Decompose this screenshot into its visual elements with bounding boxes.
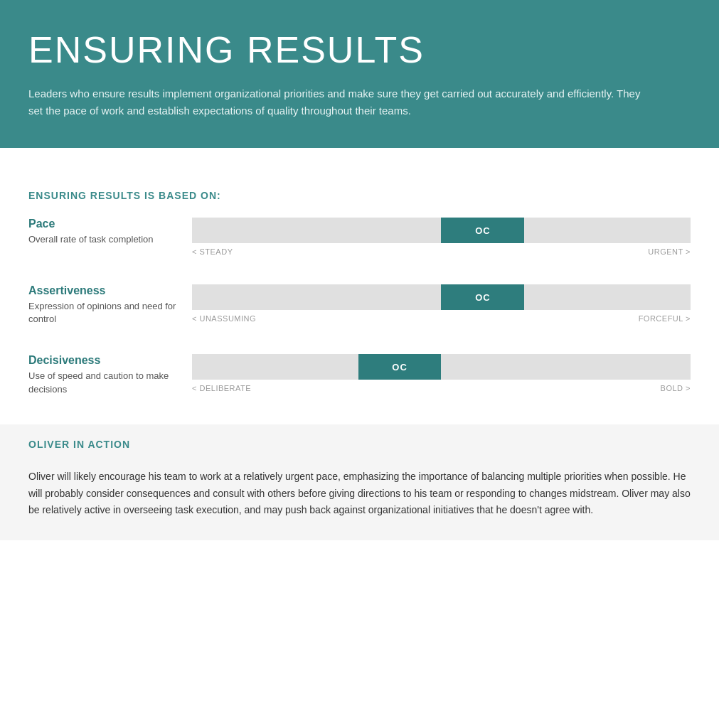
right-label-assertiveness: FORCEFUL > [639,314,691,323]
metric-name-decisiveness: Decisiveness [28,354,178,367]
bar-segment-5 [524,218,607,243]
bar-a-segment-2 [275,284,358,310]
metric-desc-assertiveness: Expression of opinions and need for cont… [28,300,178,326]
bar-decisiveness: OC [192,354,691,380]
bar-a-segment-5 [524,284,607,310]
bar-segment-3 [358,218,442,243]
bar-a-segment-active: OC [441,284,524,310]
bar-d-segment-5 [524,354,607,380]
metric-name-pace: Pace [28,218,178,230]
bar-labels-decisiveness: < DELIBERATE BOLD > [192,384,691,392]
bar-d-segment-6 [607,354,691,380]
main-content: ENSURING RESULTS IS BASED ON: Pace Overa… [0,148,719,540]
bar-segment-6 [607,218,691,243]
right-label-decisiveness: BOLD > [661,384,691,392]
metric-row-decisiveness: Decisiveness Use of speed and caution to… [28,354,691,402]
based-on-label: ENSURING RESULTS IS BASED ON: [28,190,221,201]
bar-a-segment-6 [607,284,691,310]
oliver-section-title: OLIVER IN ACTION [28,439,691,457]
oliver-section: OLIVER IN ACTION Oliver will likely enco… [0,424,719,540]
oliver-text: Oliver will likely encourage his team to… [28,469,691,519]
metric-bar-pace: OC < STEADY URGENT > [192,218,691,256]
header-description: Leaders who ensure results implement org… [28,85,647,119]
bar-segment-1 [192,218,275,243]
bar-pace: OC [192,218,691,243]
right-label-pace: URGENT > [648,247,691,256]
metric-row-pace: Pace Overall rate of task completion OC … [28,218,691,263]
metric-label-pace: Pace Overall rate of task completion [28,218,192,246]
metric-name-assertiveness: Assertiveness [28,284,178,297]
metric-bar-decisiveness: OC < DELIBERATE BOLD > [192,354,691,392]
metric-desc-pace: Overall rate of task completion [28,233,178,246]
bar-a-segment-1 [192,284,275,310]
bar-labels-assertiveness: < UNASSUMING FORCEFUL > [192,314,691,323]
page-title: ENSURING RESULTS [28,28,691,71]
metric-row-assertiveness: Assertiveness Expression of opinions and… [28,284,691,333]
metric-bar-assertiveness: OC < UNASSUMING FORCEFUL > [192,284,691,323]
bar-segment-2 [275,218,358,243]
left-label-assertiveness: < UNASSUMING [192,314,256,323]
left-label-decisiveness: < DELIBERATE [192,384,251,392]
bar-a-segment-3 [358,284,442,310]
bar-d-segment-active: OC [358,354,442,380]
bar-d-segment-2 [275,354,358,380]
bar-segment-active: OC [441,218,524,243]
bar-labels-pace: < STEADY URGENT > [192,247,691,256]
bar-assertiveness: OC [192,284,691,310]
left-label-pace: < STEADY [192,247,233,256]
metric-desc-decisiveness: Use of speed and caution to make decisio… [28,370,178,395]
bar-d-segment-1 [192,354,275,380]
header-banner: ENSURING RESULTS Leaders who ensure resu… [0,0,719,148]
metric-label-decisiveness: Decisiveness Use of speed and caution to… [28,354,192,395]
bar-d-segment-4 [441,354,524,380]
metrics-section: Pace Overall rate of task completion OC … [28,218,691,403]
metric-label-assertiveness: Assertiveness Expression of opinions and… [28,284,192,326]
